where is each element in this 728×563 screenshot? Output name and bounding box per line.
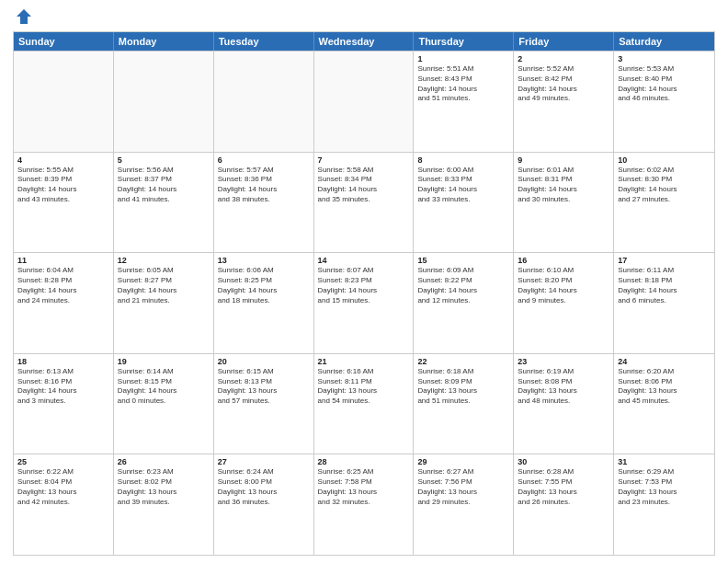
- day-number: 22: [417, 357, 509, 366]
- day-info: Sunrise: 6:04 AMSunset: 8:28 PMDaylight:…: [17, 266, 109, 305]
- day-cell-23: 23Sunrise: 6:19 AMSunset: 8:08 PMDayligh…: [514, 354, 614, 454]
- day-info: Sunrise: 5:58 AMSunset: 8:34 PMDaylight:…: [318, 166, 410, 205]
- header-day-thursday: Thursday: [414, 32, 514, 51]
- day-cell-5: 5Sunrise: 5:56 AMSunset: 8:37 PMDaylight…: [114, 153, 214, 253]
- day-number: 8: [417, 155, 509, 165]
- day-number: 1: [417, 54, 509, 63]
- page: SundayMondayTuesdayWednesdayThursdayFrid…: [0, 0, 728, 563]
- day-cell-22: 22Sunrise: 6:18 AMSunset: 8:09 PMDayligh…: [414, 354, 514, 454]
- empty-cell: [214, 52, 314, 152]
- day-info: Sunrise: 6:22 AMSunset: 8:04 PMDaylight:…: [17, 467, 109, 507]
- day-number: 31: [618, 457, 711, 466]
- day-cell-27: 27Sunrise: 6:24 AMSunset: 8:00 PMDayligh…: [214, 454, 314, 555]
- logo: [13, 9, 33, 26]
- day-cell-10: 10Sunrise: 6:02 AMSunset: 8:30 PMDayligh…: [614, 153, 714, 253]
- day-number: 15: [417, 256, 509, 265]
- day-info: Sunrise: 6:13 AMSunset: 8:16 PMDaylight:…: [17, 367, 109, 407]
- day-cell-13: 13Sunrise: 6:06 AMSunset: 8:25 PMDayligh…: [214, 253, 314, 353]
- day-info: Sunrise: 6:02 AMSunset: 8:30 PMDaylight:…: [618, 166, 711, 205]
- day-number: 25: [17, 457, 109, 466]
- header-day-saturday: Saturday: [614, 32, 714, 51]
- day-cell-19: 19Sunrise: 6:14 AMSunset: 8:15 PMDayligh…: [114, 354, 214, 454]
- day-number: 30: [518, 457, 609, 466]
- calendar-row-0: 1Sunrise: 5:51 AMSunset: 8:43 PMDaylight…: [14, 51, 714, 152]
- day-info: Sunrise: 6:11 AMSunset: 8:18 PMDaylight:…: [618, 266, 711, 305]
- day-number: 2: [518, 54, 609, 63]
- empty-cell: [314, 52, 415, 152]
- header-day-sunday: Sunday: [14, 32, 114, 51]
- day-info: Sunrise: 6:00 AMSunset: 8:33 PMDaylight:…: [417, 166, 509, 205]
- day-info: Sunrise: 6:16 AMSunset: 8:11 PMDaylight:…: [318, 367, 410, 407]
- day-cell-1: 1Sunrise: 5:51 AMSunset: 8:43 PMDaylight…: [414, 52, 514, 152]
- day-info: Sunrise: 6:25 AMSunset: 7:58 PMDaylight:…: [318, 467, 410, 507]
- day-number: 10: [618, 155, 711, 165]
- day-number: 13: [218, 256, 310, 265]
- day-number: 17: [618, 256, 711, 265]
- day-cell-18: 18Sunrise: 6:13 AMSunset: 8:16 PMDayligh…: [14, 354, 114, 454]
- day-info: Sunrise: 6:07 AMSunset: 8:23 PMDaylight:…: [318, 266, 410, 305]
- day-info: Sunrise: 6:27 AMSunset: 7:56 PMDaylight:…: [417, 467, 509, 507]
- day-cell-16: 16Sunrise: 6:10 AMSunset: 8:20 PMDayligh…: [514, 253, 614, 353]
- day-cell-14: 14Sunrise: 6:07 AMSunset: 8:23 PMDayligh…: [314, 253, 415, 353]
- day-cell-24: 24Sunrise: 6:20 AMSunset: 8:06 PMDayligh…: [614, 354, 714, 454]
- day-info: Sunrise: 5:53 AMSunset: 8:40 PMDaylight:…: [618, 64, 711, 104]
- day-cell-31: 31Sunrise: 6:29 AMSunset: 7:53 PMDayligh…: [614, 454, 714, 555]
- day-info: Sunrise: 6:14 AMSunset: 8:15 PMDaylight:…: [118, 367, 210, 407]
- day-number: 23: [518, 357, 609, 366]
- day-number: 28: [318, 457, 410, 466]
- day-cell-25: 25Sunrise: 6:22 AMSunset: 8:04 PMDayligh…: [14, 454, 114, 555]
- logo-text: [13, 9, 33, 26]
- day-cell-7: 7Sunrise: 5:58 AMSunset: 8:34 PMDaylight…: [314, 153, 415, 253]
- day-cell-30: 30Sunrise: 6:28 AMSunset: 7:55 PMDayligh…: [514, 454, 614, 555]
- day-info: Sunrise: 5:51 AMSunset: 8:43 PMDaylight:…: [417, 64, 509, 104]
- day-number: 19: [118, 357, 210, 366]
- calendar: SundayMondayTuesdayWednesdayThursdayFrid…: [13, 31, 715, 556]
- calendar-header: SundayMondayTuesdayWednesdayThursdayFrid…: [14, 32, 714, 51]
- header-day-friday: Friday: [514, 32, 614, 51]
- day-cell-17: 17Sunrise: 6:11 AMSunset: 8:18 PMDayligh…: [614, 253, 714, 353]
- calendar-body: 1Sunrise: 5:51 AMSunset: 8:43 PMDaylight…: [14, 51, 714, 555]
- day-info: Sunrise: 5:56 AMSunset: 8:37 PMDaylight:…: [118, 166, 210, 205]
- day-cell-12: 12Sunrise: 6:05 AMSunset: 8:27 PMDayligh…: [114, 253, 214, 353]
- day-number: 3: [618, 54, 711, 63]
- day-info: Sunrise: 6:05 AMSunset: 8:27 PMDaylight:…: [118, 266, 210, 305]
- empty-cell: [114, 52, 214, 152]
- day-number: 12: [118, 256, 210, 265]
- day-cell-29: 29Sunrise: 6:27 AMSunset: 7:56 PMDayligh…: [414, 454, 514, 555]
- day-info: Sunrise: 6:01 AMSunset: 8:31 PMDaylight:…: [518, 166, 609, 205]
- day-number: 20: [218, 357, 310, 366]
- day-number: 7: [318, 155, 410, 165]
- day-info: Sunrise: 5:55 AMSunset: 8:39 PMDaylight:…: [17, 166, 109, 205]
- calendar-row-4: 25Sunrise: 6:22 AMSunset: 8:04 PMDayligh…: [14, 454, 714, 555]
- header-day-wednesday: Wednesday: [314, 32, 415, 51]
- day-number: 9: [518, 155, 609, 165]
- day-cell-2: 2Sunrise: 5:52 AMSunset: 8:42 PMDaylight…: [514, 52, 614, 152]
- day-cell-6: 6Sunrise: 5:57 AMSunset: 8:36 PMDaylight…: [214, 153, 314, 253]
- header-day-monday: Monday: [114, 32, 214, 51]
- day-cell-8: 8Sunrise: 6:00 AMSunset: 8:33 PMDaylight…: [414, 153, 514, 253]
- day-number: 5: [118, 155, 210, 165]
- day-cell-4: 4Sunrise: 5:55 AMSunset: 8:39 PMDaylight…: [14, 153, 114, 253]
- header: [13, 9, 715, 26]
- day-info: Sunrise: 6:06 AMSunset: 8:25 PMDaylight:…: [218, 266, 310, 305]
- day-number: 27: [218, 457, 310, 466]
- day-cell-11: 11Sunrise: 6:04 AMSunset: 8:28 PMDayligh…: [14, 253, 114, 353]
- day-info: Sunrise: 6:19 AMSunset: 8:08 PMDaylight:…: [518, 367, 609, 407]
- day-cell-21: 21Sunrise: 6:16 AMSunset: 8:11 PMDayligh…: [314, 354, 415, 454]
- day-cell-15: 15Sunrise: 6:09 AMSunset: 8:22 PMDayligh…: [414, 253, 514, 353]
- day-info: Sunrise: 6:24 AMSunset: 8:00 PMDaylight:…: [218, 467, 310, 507]
- calendar-row-1: 4Sunrise: 5:55 AMSunset: 8:39 PMDaylight…: [14, 152, 714, 253]
- day-cell-28: 28Sunrise: 6:25 AMSunset: 7:58 PMDayligh…: [314, 454, 415, 555]
- day-info: Sunrise: 6:09 AMSunset: 8:22 PMDaylight:…: [417, 266, 509, 305]
- svg-marker-0: [17, 9, 31, 24]
- day-cell-26: 26Sunrise: 6:23 AMSunset: 8:02 PMDayligh…: [114, 454, 214, 555]
- day-info: Sunrise: 6:23 AMSunset: 8:02 PMDaylight:…: [118, 467, 210, 507]
- day-number: 18: [17, 357, 109, 366]
- header-day-tuesday: Tuesday: [214, 32, 314, 51]
- day-number: 24: [618, 357, 711, 366]
- day-cell-3: 3Sunrise: 5:53 AMSunset: 8:40 PMDaylight…: [614, 52, 714, 152]
- day-number: 14: [318, 256, 410, 265]
- day-info: Sunrise: 6:28 AMSunset: 7:55 PMDaylight:…: [518, 467, 609, 507]
- calendar-row-2: 11Sunrise: 6:04 AMSunset: 8:28 PMDayligh…: [14, 252, 714, 353]
- logo-icon: [15, 7, 33, 26]
